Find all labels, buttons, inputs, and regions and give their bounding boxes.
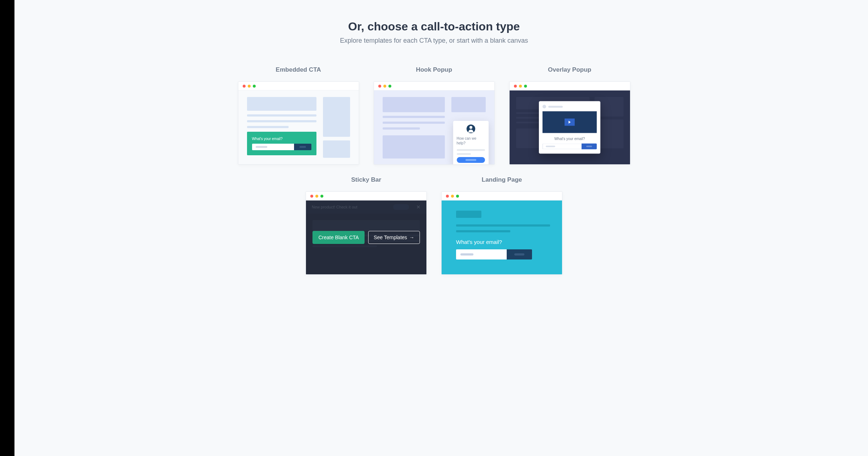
avatar-icon (467, 124, 475, 133)
landing-input-row (456, 249, 532, 259)
window-dot-green-icon (388, 85, 391, 88)
placeholder-line (456, 230, 510, 232)
overlay-body: What's your email? (510, 90, 630, 164)
placeholder-block (323, 97, 350, 137)
window-dot-green-icon (456, 195, 459, 198)
hook-popup-card: How can we help? (453, 121, 489, 165)
placeholder-line (383, 122, 445, 124)
preview-window: What's your email? (441, 191, 562, 275)
card-hover-actions: Create Blank CTA See Templates→ (306, 200, 426, 274)
placeholder-line (383, 116, 445, 118)
preview-window: What's your email? (238, 81, 359, 165)
submit-button-placeholder (294, 144, 311, 150)
placeholder-block (383, 135, 445, 159)
preview-body: What's your email? (238, 90, 359, 164)
placeholder-line (383, 127, 420, 130)
preview-right-col (323, 97, 350, 158)
landing-logo-placeholder (456, 211, 481, 218)
window-dot-red-icon (514, 85, 517, 88)
overlay-input-row (542, 144, 597, 149)
card-overlay-popup[interactable]: Overlay Popup (509, 66, 630, 165)
page-container: Or, choose a call-to-action type Explore… (206, 0, 662, 311)
window-dot-green-icon (320, 195, 323, 198)
placeholder-block (323, 140, 350, 158)
placeholder-line (247, 120, 316, 122)
preview-left-col: What's your email? (247, 97, 316, 158)
window-chrome (442, 192, 562, 200)
window-dot-red-icon (378, 85, 381, 88)
placeholder-line (548, 106, 563, 107)
window-dot-yellow-icon (519, 85, 522, 88)
submit-button-placeholder (507, 249, 532, 259)
placeholder-block (383, 97, 445, 112)
preview-window: What's your email? (509, 81, 630, 165)
email-input-placeholder (542, 144, 582, 149)
video-placeholder (542, 111, 597, 133)
landing-email-label: What's your email? (456, 239, 548, 245)
card-title: Landing Page (441, 176, 562, 183)
overlay-modal-header (542, 105, 597, 109)
window-dot-red-icon (446, 195, 449, 198)
card-landing-page[interactable]: Landing Page What's your email? (441, 176, 562, 275)
overlay-modal: What's your email? (539, 101, 600, 154)
window-dot-yellow-icon (315, 195, 318, 198)
submit-button-placeholder (582, 144, 597, 149)
overlay-email-label: What's your email? (542, 137, 597, 141)
window-dot-yellow-icon (248, 85, 251, 88)
preview-body: What's your email? (442, 200, 562, 274)
avatar-circle-icon (542, 105, 546, 109)
card-embedded-cta[interactable]: Embedded CTA What's your email? (238, 66, 359, 165)
see-templates-label: See Templates (374, 235, 407, 240)
preview-window: New product! Check it out ✕ Create Bl (306, 191, 427, 275)
arrow-right-icon: → (409, 235, 414, 240)
placeholder-line (247, 114, 316, 117)
preview-left-col (383, 97, 445, 159)
card-title: Hook Popup (374, 66, 495, 73)
page-subtitle: Explore templates for each CTA type, or … (221, 37, 647, 45)
card-title: Overlay Popup (509, 66, 630, 73)
placeholder-block (247, 97, 316, 111)
email-input-placeholder (456, 249, 507, 259)
cta-cards-grid: Embedded CTA What's your email? (221, 66, 647, 275)
preview-body: How can we help? (374, 90, 494, 165)
hook-card-text: How can we help? (457, 136, 485, 145)
card-sticky-bar[interactable]: Sticky Bar New product! Check it out ✕ (306, 176, 427, 275)
window-dot-green-icon (524, 85, 527, 88)
see-templates-button[interactable]: See Templates→ (368, 231, 420, 244)
card-hook-popup[interactable]: Hook Popup (374, 66, 495, 165)
card-title: Sticky Bar (306, 176, 427, 183)
placeholder-line (457, 149, 485, 151)
placeholder-line (456, 224, 550, 227)
embedded-cta-panel: What's your email? (247, 132, 316, 155)
embedded-cta-label: What's your email? (252, 137, 311, 141)
page-title: Or, choose a call-to-action type (221, 20, 647, 33)
window-dot-green-icon (253, 85, 256, 88)
window-dot-red-icon (310, 195, 313, 198)
preview-body: What's your email? (510, 90, 630, 164)
embedded-input-row (252, 144, 311, 150)
window-chrome (306, 192, 426, 200)
window-chrome (374, 82, 494, 90)
email-input-placeholder (252, 144, 294, 150)
placeholder-line (247, 126, 289, 128)
window-dot-yellow-icon (383, 85, 386, 88)
window-dot-red-icon (243, 85, 246, 88)
window-chrome (510, 82, 630, 90)
window-chrome (238, 82, 359, 90)
hook-submit-placeholder (457, 157, 485, 163)
landing-body: What's your email? (442, 200, 562, 274)
create-blank-cta-button[interactable]: Create Blank CTA (312, 231, 365, 244)
play-icon (565, 119, 575, 126)
left-black-strip (0, 0, 14, 456)
placeholder-line (457, 153, 471, 155)
preview-body: New product! Check it out ✕ Create Bl (306, 200, 426, 274)
preview-window: How can we help? (374, 81, 495, 165)
card-title: Embedded CTA (238, 66, 359, 73)
window-dot-yellow-icon (451, 195, 454, 198)
placeholder-block (451, 97, 486, 112)
